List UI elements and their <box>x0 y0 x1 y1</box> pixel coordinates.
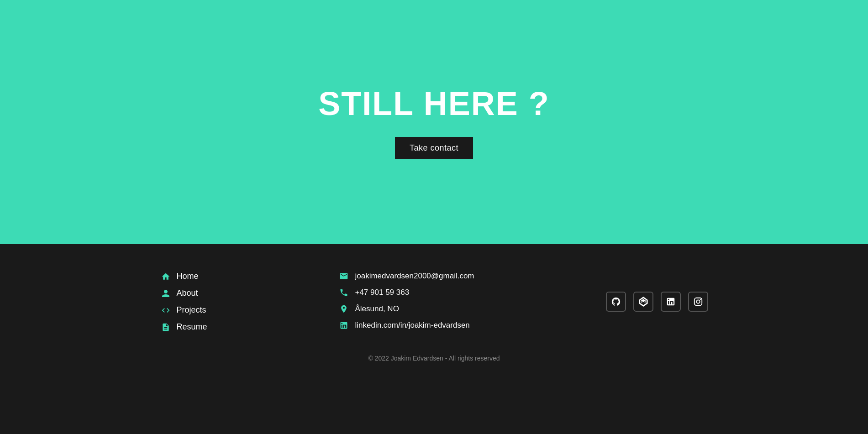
location-icon <box>338 304 349 314</box>
linkedin-social-icon[interactable] <box>661 292 681 312</box>
location-value: Ålesund, NO <box>355 304 399 314</box>
footer: Home About Projects <box>0 244 868 380</box>
social-icons-group <box>606 292 708 312</box>
nav-item-resume[interactable]: Resume <box>160 322 207 332</box>
contact-location: Ålesund, NO <box>338 304 474 314</box>
contact-email: joakimedvardsen2000@gmail.com <box>338 272 474 281</box>
phone-value: +47 901 59 363 <box>355 288 409 297</box>
copyright-text: © 2022 Joakim Edvardsen - All rights res… <box>368 355 500 362</box>
person-icon <box>160 289 171 298</box>
nav-item-projects[interactable]: Projects <box>160 305 207 315</box>
take-contact-button[interactable]: Take contact <box>395 137 473 159</box>
instagram-icon[interactable] <box>688 292 708 312</box>
resume-icon <box>160 323 171 332</box>
phone-icon <box>338 288 349 297</box>
github-icon[interactable] <box>606 292 626 312</box>
footer-nav: Home About Projects <box>160 272 207 332</box>
email-value: joakimedvardsen2000@gmail.com <box>355 272 474 281</box>
footer-social <box>606 272 708 332</box>
home-icon <box>160 272 171 281</box>
linkedin-contact-icon <box>338 321 349 330</box>
nav-home-label: Home <box>177 272 199 281</box>
nav-item-home[interactable]: Home <box>160 272 207 281</box>
hero-section: STILL HERE ? Take contact <box>0 0 868 244</box>
hero-title: STILL HERE ? <box>318 85 550 122</box>
nav-resume-label: Resume <box>177 322 207 332</box>
projects-icon <box>160 306 171 315</box>
nav-projects-label: Projects <box>177 305 206 315</box>
footer-bottom: © 2022 Joakim Edvardsen - All rights res… <box>0 355 868 362</box>
footer-content: Home About Projects <box>115 272 754 332</box>
nav-item-about[interactable]: About <box>160 288 207 298</box>
codepen-icon[interactable] <box>633 292 653 312</box>
contact-linkedin: linkedin.com/in/joakim-edvardsen <box>338 321 474 330</box>
linkedin-value: linkedin.com/in/joakim-edvardsen <box>355 321 469 330</box>
email-icon <box>338 272 349 281</box>
nav-about-label: About <box>177 288 198 298</box>
contact-phone: +47 901 59 363 <box>338 288 474 297</box>
footer-contact: joakimedvardsen2000@gmail.com +47 901 59… <box>338 272 474 332</box>
